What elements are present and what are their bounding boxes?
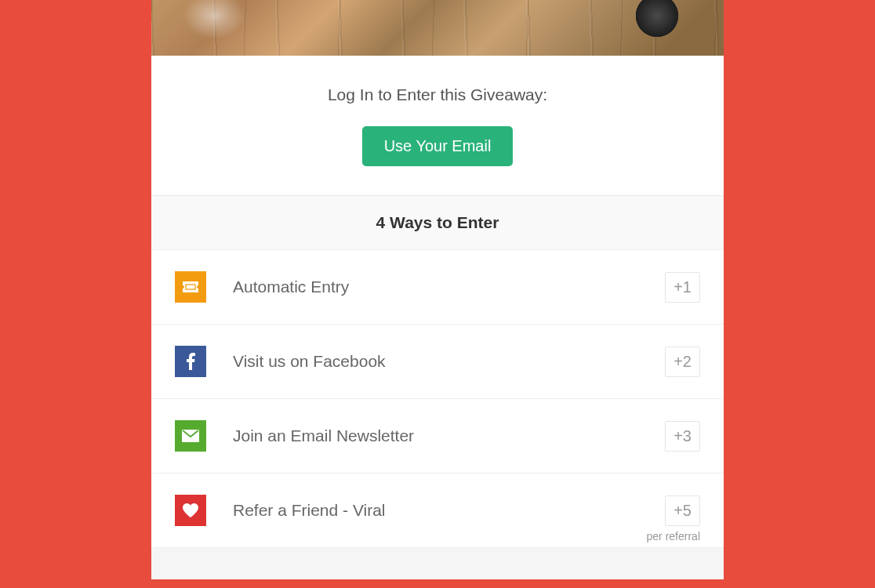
login-prompt: Log In to Enter this Giveaway:: [175, 85, 700, 104]
entry-label: Join an Email Newsletter: [233, 426, 665, 445]
ticket-icon: [175, 271, 206, 303]
points-badge: +1: [665, 272, 700, 303]
entry-refer-friend[interactable]: Refer a Friend - Viral +5 per referral: [151, 474, 724, 548]
use-email-button[interactable]: Use Your Email: [362, 126, 514, 166]
points-badge: +3: [665, 421, 700, 452]
entry-facebook[interactable]: Visit us on Facebook +2: [151, 325, 724, 399]
entry-label: Automatic Entry: [233, 278, 665, 296]
login-section: Log In to Enter this Giveaway: Use Your …: [151, 56, 724, 196]
envelope-icon: [175, 420, 206, 452]
widget-footer: [151, 548, 724, 579]
points-badge: +5: [665, 495, 700, 526]
heart-icon: [175, 495, 206, 526]
giveaway-widget: Log In to Enter this Giveaway: Use Your …: [151, 0, 724, 579]
entry-newsletter[interactable]: Join an Email Newsletter +3: [151, 399, 724, 474]
points-badge: +2: [665, 347, 700, 377]
entry-label: Visit us on Facebook: [233, 352, 665, 371]
ways-to-enter-header: 4 Ways to Enter: [151, 196, 724, 250]
ways-to-enter-title: 4 Ways to Enter: [159, 213, 716, 232]
hero-image: [151, 0, 724, 56]
entry-label: Refer a Friend - Viral: [233, 501, 665, 520]
entry-automatic[interactable]: Automatic Entry +1: [151, 250, 724, 325]
facebook-icon: [175, 346, 206, 377]
per-referral-label: per referral: [647, 530, 700, 543]
